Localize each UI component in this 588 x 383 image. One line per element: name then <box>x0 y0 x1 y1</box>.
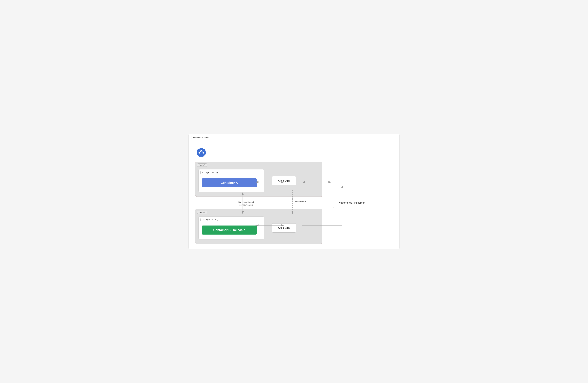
direct-comm-label: Direct pod-to-pod communication <box>237 201 255 206</box>
full-diagram: Node 1 Pod A (IP: 10.1.1.2) Container A … <box>195 162 393 244</box>
pod-a-box: Pod A (IP: 10.1.1.2) Container A <box>198 169 264 192</box>
kubernetes-diagram: Kubernetes cluster Node 1 <box>188 134 400 249</box>
pod-a-label: Pod A (IP: 10.1.1.2) <box>200 171 219 174</box>
cluster-label: Kubernetes cluster <box>191 136 211 139</box>
cni1-box: CNI plugin <box>272 176 296 185</box>
container-a-box: Container A <box>202 178 257 187</box>
pod-b-label: Pod B (IP: 10.1.2.2) <box>200 218 219 221</box>
node1-label: Node 1 <box>197 163 207 167</box>
node2-label: Node 2 <box>197 211 207 214</box>
kubernetes-icon <box>197 147 206 157</box>
node2-box: Node 2 Pod B (IP: 10.1.2.2) Container B:… <box>195 209 322 244</box>
pod-network-label: Pod network <box>293 200 308 203</box>
svg-marker-0 <box>197 148 206 157</box>
cni2-box: CNI plugin <box>272 223 296 233</box>
node1-box: Node 1 Pod A (IP: 10.1.1.2) Container A … <box>195 162 322 197</box>
container-b-box: Container B: Tailscale <box>202 225 257 235</box>
api-server-box: Kubernetes API server <box>333 198 370 208</box>
pod-b-box: Pod B (IP: 10.1.2.2) Container B: Tailsc… <box>198 216 264 239</box>
